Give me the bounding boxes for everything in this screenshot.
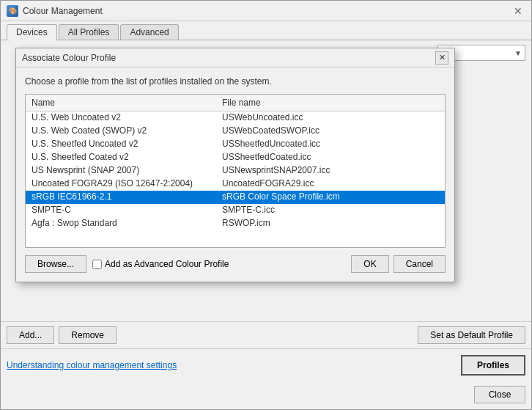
profile-name: sRGB IEC61966-2.1: [26, 191, 216, 204]
main-bottom-area: Add... Remove Set as Default Profile Und…: [1, 321, 531, 409]
profile-row[interactable]: US Newsprint (SNAP 2007)USNewsprintSNAP2…: [26, 164, 445, 177]
profile-filename: USWebCoatedSWOP.icc: [216, 125, 445, 138]
ok-button[interactable]: OK: [351, 255, 388, 273]
profile-filename: SMPTE-C.icc: [216, 204, 445, 217]
cancel-button[interactable]: Cancel: [394, 255, 446, 273]
profile-name: U.S. Web Uncoated v2: [26, 111, 216, 125]
app-icon: 🎨: [7, 5, 18, 17]
tab-bar: Devices All Profiles Advanced: [1, 21, 531, 40]
dialog-instruction: Choose a profile from the list of profil…: [25, 76, 446, 87]
close-button[interactable]: Close: [474, 386, 525, 403]
bottom-link-row: Understanding colour management settings…: [1, 348, 531, 381]
profile-filename: sRGB Color Space Profile.icm: [216, 191, 445, 204]
profile-filename: UncoatedFOGRA29.icc: [216, 177, 445, 191]
profile-row[interactable]: U.S. Sheetfed Uncoated v2USSheetfedUncoa…: [26, 138, 445, 151]
dropdown-arrow-icon: ▼: [514, 49, 522, 57]
close-row: Close: [1, 381, 531, 409]
profile-name: SMPTE-C: [26, 204, 216, 217]
advanced-profile-checkbox[interactable]: [92, 260, 102, 269]
profile-row[interactable]: Uncoated FOGRA29 (ISO 12647-2:2004)Uncoa…: [26, 177, 445, 191]
profile-filename: USSheetfedCoated.icc: [216, 151, 445, 164]
profile-name: U.S. Web Coated (SWOP) v2: [26, 125, 216, 138]
tab-devices[interactable]: Devices: [7, 24, 57, 40]
profile-row[interactable]: U.S. Sheetfed Coated v2USSheetfedCoated.…: [26, 151, 445, 164]
profile-list-header: Name File name: [26, 95, 445, 111]
column-header-filename: File name: [216, 96, 445, 109]
profile-name: U.S. Sheetfed Coated v2: [26, 151, 216, 164]
tab-all-profiles[interactable]: All Profiles: [59, 24, 119, 40]
profile-filename: RSWOP.icm: [216, 217, 445, 230]
profile-filename: USWebUncoated.icc: [216, 111, 445, 125]
content-area: ▼ Monitors Associate Colour Profile ✕ Ch…: [1, 40, 531, 86]
advanced-profile-label: Add as Advanced Colour Profile: [105, 259, 229, 269]
add-button[interactable]: Add...: [7, 326, 54, 344]
profile-name: US Newsprint (SNAP 2007): [26, 164, 216, 177]
dialog-close-button[interactable]: ✕: [435, 51, 448, 65]
associate-profile-dialog: Associate Colour Profile ✕ Choose a prof…: [15, 48, 455, 282]
set-default-button[interactable]: Set as Default Profile: [418, 326, 525, 344]
profile-name: Agfa : Swop Standard: [26, 217, 216, 230]
profile-name: Uncoated FOGRA29 (ISO 12647-2:2004): [26, 177, 216, 191]
column-header-name: Name: [26, 96, 216, 109]
dialog-title: Associate Colour Profile: [22, 53, 116, 63]
dialog-bottom-controls: Browse... Add as Advanced Colour Profile…: [25, 255, 446, 273]
profile-row[interactable]: Agfa : Swop StandardRSWOP.icm: [26, 217, 445, 230]
tab-advanced[interactable]: Advanced: [120, 24, 178, 40]
profile-row[interactable]: U.S. Web Uncoated v2USWebUncoated.icc: [26, 111, 445, 125]
profile-list-scroll[interactable]: U.S. Web Uncoated v2USWebUncoated.iccU.S…: [26, 111, 445, 244]
dialog-title-bar: Associate Colour Profile ✕: [16, 48, 454, 67]
browse-button[interactable]: Browse...: [25, 255, 86, 273]
profile-filename: USNewsprintSNAP2007.icc: [216, 164, 445, 177]
advanced-profile-checkbox-label[interactable]: Add as Advanced Colour Profile: [92, 259, 229, 269]
main-window: 🎨 Colour Management ✕ Devices All Profil…: [0, 0, 532, 410]
colour-management-link[interactable]: Understanding colour management settings: [7, 360, 177, 370]
profile-name: U.S. Sheetfed Uncoated v2: [26, 138, 216, 151]
profile-row[interactable]: SMPTE-CSMPTE-C.icc: [26, 204, 445, 217]
profile-filename: USSheetfedUncoated.icc: [216, 138, 445, 151]
dialog-body: Choose a profile from the list of profil…: [16, 67, 454, 282]
profiles-button[interactable]: Profiles: [461, 355, 525, 376]
bottom-buttons-row: Add... Remove Set as Default Profile: [1, 321, 531, 348]
profile-row[interactable]: U.S. Web Coated (SWOP) v2USWebCoatedSWOP…: [26, 125, 445, 138]
title-bar-left: 🎨 Colour Management: [7, 5, 103, 17]
remove-button[interactable]: Remove: [59, 326, 117, 344]
profile-row[interactable]: sRGB IEC61966-2.1sRGB Color Space Profil…: [26, 191, 445, 204]
window-title: Colour Management: [23, 6, 103, 16]
dialog-ok-cancel: OK Cancel: [351, 255, 446, 273]
profile-list-container: Name File name U.S. Web Uncoated v2USWeb…: [25, 94, 446, 248]
window-close-button[interactable]: ✕: [511, 4, 525, 18]
title-bar: 🎨 Colour Management ✕: [1, 1, 531, 21]
